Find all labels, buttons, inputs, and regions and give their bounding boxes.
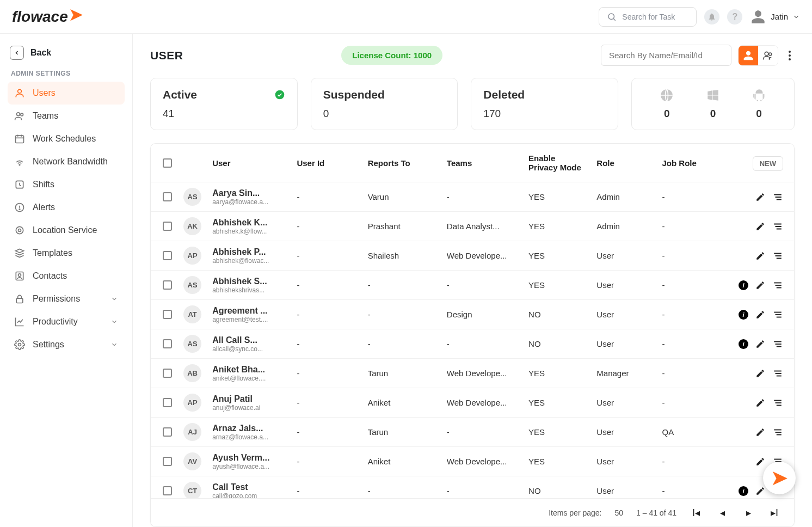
logo[interactable]: flowace ➤ bbox=[12, 7, 83, 26]
edit-button[interactable] bbox=[755, 397, 766, 408]
edit-button[interactable] bbox=[755, 486, 766, 497]
help-button[interactable]: ? bbox=[727, 9, 742, 24]
windows-icon bbox=[706, 88, 720, 102]
sidebar-item-settings[interactable]: Settings bbox=[8, 333, 125, 356]
row-role: User bbox=[591, 271, 656, 300]
row-menu-button[interactable] bbox=[772, 221, 783, 232]
row-menu-button[interactable] bbox=[772, 339, 783, 350]
sidebar-item-permissions[interactable]: Permissions bbox=[8, 287, 125, 310]
row-job-role: - bbox=[657, 447, 733, 476]
row-user-id: - bbox=[291, 329, 362, 359]
avatar-icon bbox=[750, 9, 766, 25]
row-checkbox[interactable] bbox=[163, 251, 172, 260]
pager-prev-button[interactable]: ◂ bbox=[716, 507, 729, 519]
table-scroll[interactable]: User User Id Reports To Teams Enable Pri… bbox=[151, 144, 794, 498]
chevron-down-icon bbox=[792, 13, 800, 21]
pager-first-button[interactable]: I◂ bbox=[690, 507, 703, 519]
row-user-email: abhishekshrivas... bbox=[212, 286, 286, 294]
row-actions bbox=[739, 427, 783, 438]
row-menu-button[interactable] bbox=[772, 397, 783, 408]
check-circle-icon bbox=[274, 89, 285, 100]
notifications-button[interactable] bbox=[704, 9, 719, 24]
edit-button[interactable] bbox=[755, 368, 766, 379]
info-icon[interactable]: i bbox=[739, 486, 748, 496]
row-menu-button[interactable] bbox=[772, 280, 783, 291]
stat-suspended[interactable]: Suspended 0 bbox=[311, 78, 458, 130]
row-actions bbox=[739, 221, 783, 232]
row-checkbox[interactable] bbox=[163, 486, 172, 495]
edit-button[interactable] bbox=[755, 221, 766, 232]
sidebar-item-network-bandwidth[interactable]: Network Bandwidth bbox=[8, 150, 125, 173]
stat-active[interactable]: Active 41 bbox=[150, 78, 298, 130]
sidebar-item-alerts[interactable]: Alerts bbox=[8, 196, 125, 219]
user-menu[interactable]: Jatin bbox=[750, 9, 800, 25]
bell-icon bbox=[708, 13, 716, 21]
more-menu-button[interactable] bbox=[785, 47, 795, 64]
row-role: User bbox=[591, 447, 656, 476]
pager-last-button[interactable]: ▸I bbox=[768, 507, 781, 519]
sidebar-item-productivity[interactable]: Productivity bbox=[8, 310, 125, 333]
row-menu-button[interactable] bbox=[772, 368, 783, 379]
pager-next-button[interactable]: ▸ bbox=[742, 507, 755, 519]
shifts-icon bbox=[14, 179, 25, 190]
android-icon bbox=[752, 88, 766, 102]
fab-button[interactable]: ➤ bbox=[763, 462, 796, 494]
row-menu-button[interactable] bbox=[772, 309, 783, 320]
sidebar-item-shifts[interactable]: Shifts bbox=[8, 173, 125, 196]
select-all-checkbox[interactable] bbox=[163, 158, 172, 168]
row-menu-button[interactable] bbox=[772, 427, 783, 438]
sidebar-item-teams[interactable]: Teams bbox=[8, 105, 125, 127]
row-user-email: call@gozo.com bbox=[212, 492, 286, 499]
stat-active-label: Active bbox=[163, 88, 197, 101]
svg-point-22 bbox=[789, 51, 791, 53]
main-header: USER License Count: 1000 bbox=[150, 45, 795, 66]
row-menu-button[interactable] bbox=[772, 250, 783, 261]
sidebar-item-users[interactable]: Users bbox=[8, 82, 125, 105]
row-checkbox[interactable] bbox=[163, 369, 172, 378]
stat-deleted[interactable]: Deleted 170 bbox=[471, 78, 618, 130]
sidebar-item-templates[interactable]: Templates bbox=[8, 242, 125, 265]
edit-button[interactable] bbox=[755, 339, 766, 350]
search-task[interactable]: Search for Task bbox=[599, 7, 697, 27]
user-icon bbox=[743, 50, 754, 61]
row-teams: Web Develope... bbox=[441, 241, 523, 271]
row-user-name: Abhishek K... bbox=[212, 218, 286, 228]
sidebar-item-work-schedules[interactable]: Work Schedules bbox=[8, 127, 125, 150]
edit-button[interactable] bbox=[755, 456, 766, 467]
row-teams: - bbox=[441, 271, 523, 300]
row-checkbox[interactable] bbox=[163, 310, 172, 319]
productivity-icon bbox=[14, 316, 25, 327]
back-button[interactable]: Back bbox=[10, 46, 122, 60]
sidebar-item-label: Settings bbox=[33, 340, 64, 350]
row-checkbox[interactable] bbox=[163, 222, 172, 231]
row-menu-button[interactable] bbox=[772, 192, 783, 203]
edit-button[interactable] bbox=[755, 427, 766, 438]
info-icon[interactable]: i bbox=[739, 310, 748, 320]
sidebar-item-location-service[interactable]: Location Service bbox=[8, 219, 125, 242]
row-reports-to: - bbox=[362, 476, 441, 499]
row-checkbox[interactable] bbox=[163, 280, 172, 290]
row-checkbox[interactable] bbox=[163, 339, 172, 348]
items-per-page-value[interactable]: 50 bbox=[614, 508, 623, 517]
info-icon[interactable]: i bbox=[739, 280, 748, 290]
row-checkbox[interactable] bbox=[163, 192, 172, 201]
row-privacy: NO bbox=[523, 476, 591, 499]
settings-icon bbox=[14, 339, 25, 350]
edit-button[interactable] bbox=[755, 280, 766, 291]
single-user-view-button[interactable] bbox=[739, 46, 758, 65]
row-checkbox[interactable] bbox=[163, 398, 172, 407]
row-reports-to: Tarun bbox=[362, 359, 441, 388]
row-checkbox[interactable] bbox=[163, 427, 172, 437]
info-icon[interactable]: i bbox=[739, 339, 748, 349]
edit-button[interactable] bbox=[755, 250, 766, 261]
edit-button[interactable] bbox=[755, 309, 766, 320]
row-user-email: abhishek@flowac... bbox=[212, 257, 286, 265]
row-checkbox[interactable] bbox=[163, 457, 172, 466]
search-user-input[interactable] bbox=[601, 45, 731, 66]
templates-icon bbox=[14, 248, 25, 259]
new-user-button[interactable]: NEW bbox=[753, 156, 783, 171]
edit-button[interactable] bbox=[755, 192, 766, 203]
sidebar-item-contacts[interactable]: Contacts bbox=[8, 265, 125, 287]
row-user-id: - bbox=[291, 476, 362, 499]
multi-user-view-button[interactable] bbox=[758, 46, 778, 65]
